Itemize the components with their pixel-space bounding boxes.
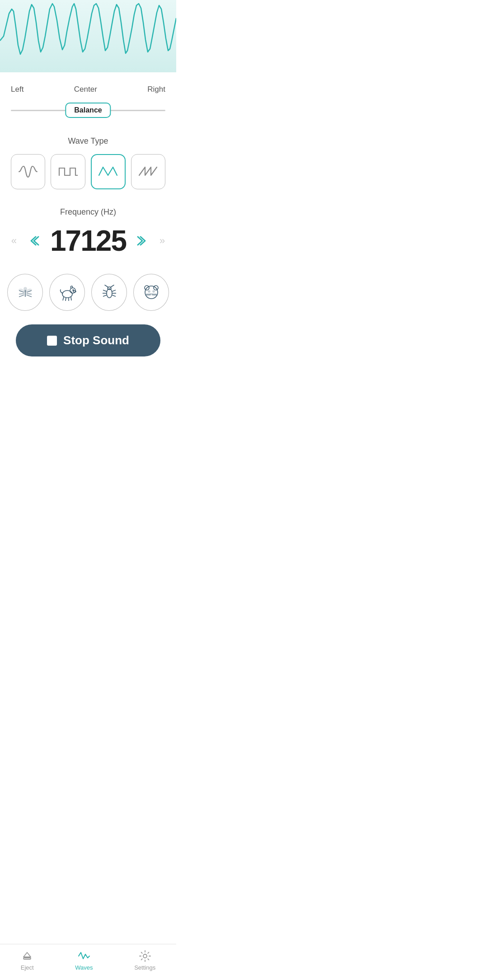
frequency-controls: « 17125 » [7,224,169,258]
svg-point-1 [24,287,27,290]
svg-point-30 [148,291,150,292]
svg-point-27 [145,286,158,299]
frequency-label: Frequency (Hz) [7,207,169,217]
balance-thumb[interactable]: Balance [65,103,111,118]
pest-btn-mouse[interactable] [133,274,169,311]
balance-labels: Left Center Right [11,85,165,94]
wave-btn-square[interactable] [51,154,85,189]
waveform-display [0,0,176,72]
pest-btn-cockroach[interactable] [91,274,127,311]
nav-item-settings[interactable]: Settings [134,950,155,971]
svg-line-21 [103,290,107,291]
stop-sound-button[interactable]: Stop Sound [16,324,160,356]
svg-point-38 [143,954,147,958]
svg-point-17 [107,289,112,298]
stop-sound-label: Stop Sound [63,333,129,347]
svg-line-13 [63,297,64,300]
freq-dec-small-btn[interactable] [24,231,44,251]
nav-item-eject[interactable]: Eject [21,950,34,971]
svg-rect-37 [23,958,31,959]
svg-line-26 [112,295,116,296]
svg-line-19 [105,285,108,287]
bottom-nav: Eject Waves Settings [0,944,176,980]
nav-item-waves[interactable]: Waves [75,950,93,971]
freq-dec-large-btn[interactable]: « [8,231,20,250]
eject-icon [21,950,33,962]
wave-btn-sine[interactable] [11,154,45,189]
waves-icon [78,950,90,962]
svg-line-7 [27,294,32,294]
balance-center-label: Center [74,85,97,94]
svg-line-20 [110,285,114,287]
balance-right-label: Right [147,85,165,94]
frequency-value: 17125 [47,224,129,258]
nav-label-waves: Waves [75,964,93,971]
pest-btn-mosquito[interactable] [7,274,43,311]
svg-point-31 [153,291,155,292]
svg-point-12 [73,290,74,291]
svg-line-8 [27,295,32,297]
wave-btn-triangle[interactable] [91,154,126,189]
svg-line-5 [19,295,24,297]
stop-sound-section: Stop Sound [0,320,176,370]
wave-btn-sawtooth[interactable] [131,154,165,189]
wave-type-label: Wave Type [11,136,165,146]
freq-inc-large-btn[interactable]: » [156,231,169,250]
balance-slider[interactable]: Balance [11,100,165,120]
svg-point-32 [150,294,152,295]
wave-type-section: Wave Type [0,129,176,198]
balance-left-label: Left [11,85,23,94]
pest-btn-dog[interactable] [49,274,85,311]
frequency-section: Frequency (Hz) « 17125 » [0,198,176,265]
freq-inc-small-btn[interactable] [132,231,152,251]
svg-point-9 [62,291,72,298]
nav-label-eject: Eject [21,964,34,971]
svg-line-14 [66,297,66,301]
svg-line-24 [112,290,116,291]
svg-line-16 [71,297,71,300]
settings-icon [139,950,151,962]
nav-label-settings: Settings [134,964,155,971]
pest-section [0,265,176,320]
stop-icon [47,336,57,346]
balance-section: Left Center Right Balance [0,72,176,129]
svg-line-23 [103,295,107,296]
wave-type-buttons [11,154,165,189]
svg-line-4 [19,294,24,294]
